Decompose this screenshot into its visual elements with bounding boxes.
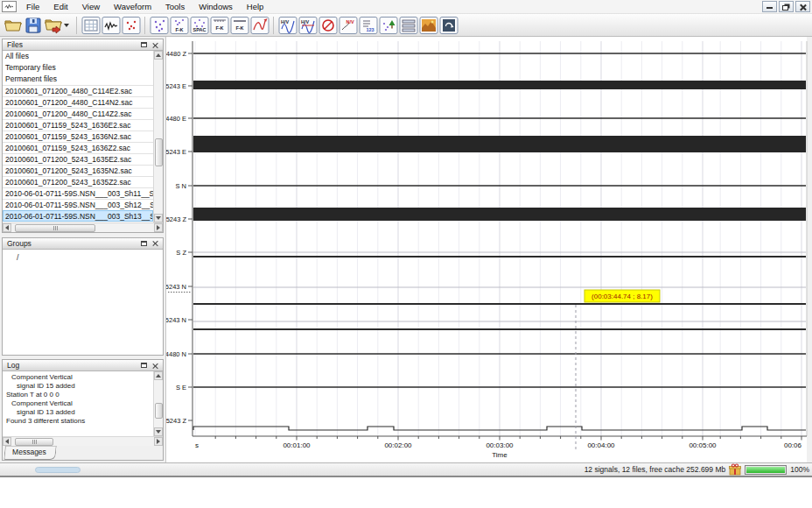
menu-bar: FileEditViewWaveformToolsWindowsHelp (0, 0, 812, 14)
svg-text:SPAC: SPAC (192, 27, 206, 32)
menu-windows[interactable]: Windows (192, 1, 240, 12)
table-view-button[interactable] (80, 15, 101, 35)
hv-button[interactable]: H/V (277, 15, 298, 35)
svg-text:H/V: H/V (280, 19, 289, 25)
menu-view[interactable]: View (75, 1, 107, 12)
menu-edit[interactable]: Edit (46, 1, 74, 12)
spectrum-button[interactable] (249, 15, 270, 35)
menu-file[interactable]: File (19, 1, 46, 12)
menu-help[interactable]: Help (240, 1, 271, 12)
scroll-left-button[interactable] (3, 437, 11, 446)
svg-text:F-K: F-K (215, 25, 223, 31)
graphic-view-button[interactable] (101, 15, 121, 35)
damping-button[interactable] (318, 15, 338, 35)
files-close-button[interactable] (150, 40, 161, 50)
tab-messages[interactable]: Messages (4, 446, 56, 460)
scroll-up-button[interactable] (154, 371, 163, 380)
groups-close-button[interactable] (150, 238, 161, 248)
file-item[interactable]: 20100601_071200_5243_1635N2.sac (3, 165, 153, 176)
log-close-button[interactable] (150, 361, 161, 370)
trace-label: 4480 E (166, 115, 186, 123)
chronogram-button[interactable] (398, 15, 418, 35)
svg-text:N/V: N/V (346, 19, 354, 25)
menu-waveform[interactable]: Waveform (107, 1, 158, 12)
spac-toolbox-button[interactable]: SPAC (189, 15, 209, 35)
cursor-tooltip-text: (00:03:44.74 ; 8.17) (592, 293, 653, 300)
file-item[interactable]: 20100601_071159_5243_1636N2.sac (3, 131, 153, 142)
file-item[interactable]: 20100601_071200_4480_C114N2.sac (3, 96, 153, 108)
terrain-map-button[interactable] (418, 15, 438, 35)
fk-linear-button[interactable]: F-K (209, 15, 229, 35)
log-line: signal ID 15 added (4, 382, 152, 391)
rotate-components-button[interactable] (438, 15, 458, 35)
window-controls (762, 1, 810, 12)
file-item[interactable]: 20100601_071200_4480_C114Z2.sac (3, 108, 153, 119)
groups-float-button[interactable] (138, 238, 150, 248)
tree-scatter-icon (379, 16, 398, 35)
signal-header-button[interactable]: 123 (358, 15, 378, 35)
scroll-right-button[interactable] (154, 223, 163, 232)
file-item[interactable]: 2010-06-01-0711-59S.NSN___003_Sh12__SHN.… (3, 199, 153, 210)
file-filter-item[interactable]: Temporary files (3, 62, 153, 74)
array-dots-icon (150, 16, 169, 35)
restore-button[interactable] (779, 1, 794, 12)
waveform-view[interactable]: 00:01:0000:02:0000:03:0000:04:0000:05:00… (166, 37, 812, 462)
close-button[interactable] (795, 1, 810, 12)
time-tick-label: 00:04:00 (587, 441, 615, 449)
toolbar: F-KSPACF-KF-KH/VH/VN/V123 (0, 14, 812, 37)
log-line: Component Vertical (4, 373, 152, 382)
array-map-button[interactable] (378, 15, 398, 35)
file-filter-item[interactable]: Permanent files (3, 74, 153, 85)
svg-text:F-K: F-K (175, 26, 183, 32)
scroll-right-button[interactable] (154, 437, 163, 446)
files-vertical-scrollbar[interactable] (153, 51, 163, 222)
log-line: signal ID 13 added (4, 408, 152, 417)
groups-root-item[interactable]: / (17, 253, 19, 262)
save-button[interactable] (23, 15, 43, 35)
files-horizontal-scrollbar[interactable] (3, 222, 163, 232)
import-folder-icon (44, 16, 63, 35)
log-hscroll-thumb[interactable] (15, 438, 53, 446)
fk-active-button[interactable]: F-K (229, 15, 249, 35)
log-vertical-scrollbar[interactable] (153, 371, 163, 436)
nv-button[interactable]: N/V (338, 15, 358, 35)
file-filter-item[interactable]: All files (3, 51, 153, 62)
scroll-left-button[interactable] (3, 223, 11, 232)
file-item[interactable]: 20100601_071200_5243_1635E2.sac (3, 153, 153, 165)
menu-tools[interactable]: Tools (158, 1, 192, 12)
file-item[interactable]: 20100601_071200_5243_1635Z2.sac (3, 176, 153, 187)
plot-right-margin (807, 37, 812, 462)
save-icon (24, 16, 43, 35)
app-window: FileEditViewWaveformToolsWindowsHelp F-K… (0, 0, 812, 477)
waveform-plot[interactable]: 00:01:0000:02:0000:03:0000:04:0000:05:00… (166, 37, 812, 462)
files-scroll-thumb[interactable] (155, 138, 163, 166)
map-view-button[interactable] (121, 15, 141, 35)
file-item[interactable]: 20100601_071159_5243_1636E2.sac (3, 119, 153, 131)
import-signals-button[interactable] (43, 15, 63, 35)
file-item[interactable]: 2010-06-01-0711-59S.NSN___003_Sh13__SHE.… (3, 210, 153, 222)
scroll-up-button[interactable] (154, 51, 163, 60)
trace-label: S Z (176, 249, 186, 257)
array-processing-button[interactable] (149, 15, 169, 35)
open-button[interactable] (3, 15, 23, 35)
groups-tree[interactable]: / (3, 250, 163, 355)
log-scroll-thumb[interactable] (155, 403, 163, 419)
fk-toolbox-button[interactable]: F-K (169, 15, 189, 35)
hv-rotate-button[interactable]: H/V (298, 15, 318, 35)
float-icon (141, 363, 147, 368)
layers-icon (399, 16, 418, 35)
scroll-down-button[interactable] (154, 427, 163, 436)
file-item[interactable]: 2010-06-01-0711-59S.NSN___003_Sh11__SHZ.… (3, 187, 153, 199)
float-icon (141, 42, 147, 47)
file-item[interactable]: 20100601_071200_4480_C114E2.sac (3, 85, 153, 96)
files-hscroll-thumb[interactable] (15, 224, 95, 232)
dropdown-caret-icon[interactable] (64, 24, 69, 27)
log-horizontal-scrollbar[interactable] (3, 436, 163, 446)
log-float-button[interactable] (138, 361, 150, 370)
files-float-button[interactable] (138, 40, 150, 50)
scroll-down-button[interactable] (154, 214, 163, 222)
file-item[interactable]: 20100601_071159_5243_1636Z2.sac (3, 142, 153, 153)
log-line: Component Vertical (4, 399, 152, 408)
trace-label: S E (176, 384, 186, 392)
minimize-button[interactable] (762, 1, 777, 12)
